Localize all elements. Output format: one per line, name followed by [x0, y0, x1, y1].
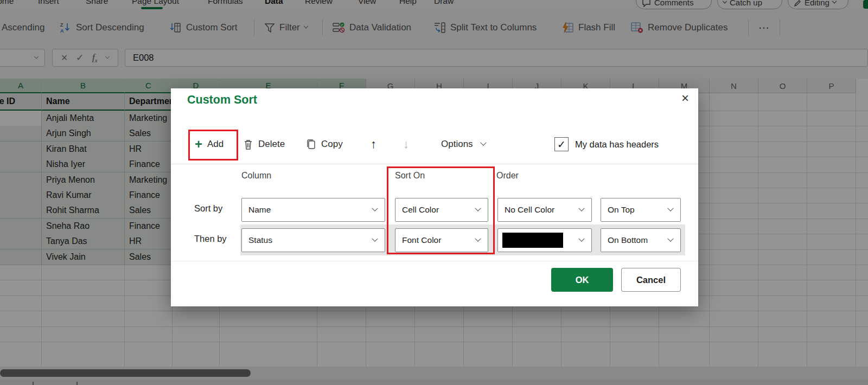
- order-header-label: Order: [496, 171, 519, 181]
- font-color-swatch: [502, 233, 563, 248]
- close-icon[interactable]: ×: [674, 88, 696, 108]
- sort-by-sort-on-dropdown[interactable]: Cell Color: [395, 198, 488, 222]
- options-chevron-icon: [480, 140, 486, 146]
- chevron-down-icon: [578, 236, 584, 242]
- then-by-label: Then by: [194, 234, 227, 244]
- sort-on-header-label: Sort On: [395, 171, 425, 181]
- sort-by-column-dropdown[interactable]: Name: [241, 198, 385, 222]
- dialog-divider: [171, 164, 698, 164]
- arrow-up-icon: ↑: [371, 137, 376, 151]
- dropdown-value: Name: [248, 205, 271, 215]
- dropdown-value: Status: [248, 235, 272, 245]
- column-header-label: Column: [241, 171, 271, 181]
- move-up-button[interactable]: ↑: [371, 131, 376, 157]
- copy-icon: [306, 139, 316, 150]
- then-by-sort-on-dropdown[interactable]: Font Color: [395, 228, 488, 252]
- then-by-column-dropdown[interactable]: Status: [241, 228, 385, 252]
- chevron-down-icon: [372, 236, 378, 242]
- cancel-button[interactable]: Cancel: [621, 268, 681, 292]
- sort-by-position-dropdown[interactable]: On Top: [601, 198, 681, 222]
- dropdown-value: On Bottom: [608, 235, 648, 245]
- checkmark-icon: ✓: [557, 138, 566, 151]
- delete-label: Delete: [258, 139, 285, 150]
- chevron-down-icon: [667, 206, 673, 211]
- excel-web-app: Home Insert Share Page Layout Formulas D…: [0, 0, 868, 385]
- headers-checkbox[interactable]: ✓: [554, 137, 569, 151]
- add-level-button[interactable]: + Add: [195, 131, 224, 157]
- dialog-title: Custom Sort: [187, 93, 257, 107]
- chevron-down-icon: [475, 206, 481, 211]
- dropdown-value: On Top: [608, 205, 635, 215]
- custom-sort-dialog: Custom Sort × + Add Delete Copy ↑ ↓ Op: [171, 88, 698, 306]
- chevron-down-icon: [578, 206, 584, 211]
- arrow-down-icon: ↓: [403, 137, 409, 151]
- copy-level-button[interactable]: Copy: [306, 131, 343, 157]
- options-button[interactable]: Options: [441, 131, 486, 157]
- plus-icon: +: [195, 138, 202, 151]
- dropdown-value: Cell Color: [402, 205, 439, 215]
- options-label: Options: [441, 139, 473, 150]
- copy-label: Copy: [321, 139, 343, 150]
- ok-button[interactable]: OK: [551, 268, 613, 292]
- trash-icon: [243, 139, 253, 150]
- chevron-down-icon: [475, 236, 481, 242]
- move-down-button[interactable]: ↓: [403, 131, 409, 157]
- delete-level-button[interactable]: Delete: [243, 131, 285, 157]
- chevron-down-icon: [372, 206, 378, 211]
- chevron-down-icon: [667, 236, 673, 242]
- dropdown-value: No Cell Color: [505, 205, 554, 215]
- footer-divider: [171, 261, 698, 261]
- sort-by-label: Sort by: [194, 203, 222, 214]
- sort-by-color-dropdown[interactable]: No Cell Color: [497, 198, 592, 222]
- then-by-position-dropdown[interactable]: On Bottom: [601, 228, 681, 252]
- add-label: Add: [207, 139, 224, 150]
- headers-checkbox-label: My data has headers: [575, 139, 659, 150]
- then-by-color-dropdown[interactable]: [497, 228, 592, 252]
- dropdown-value: Font Color: [402, 235, 441, 245]
